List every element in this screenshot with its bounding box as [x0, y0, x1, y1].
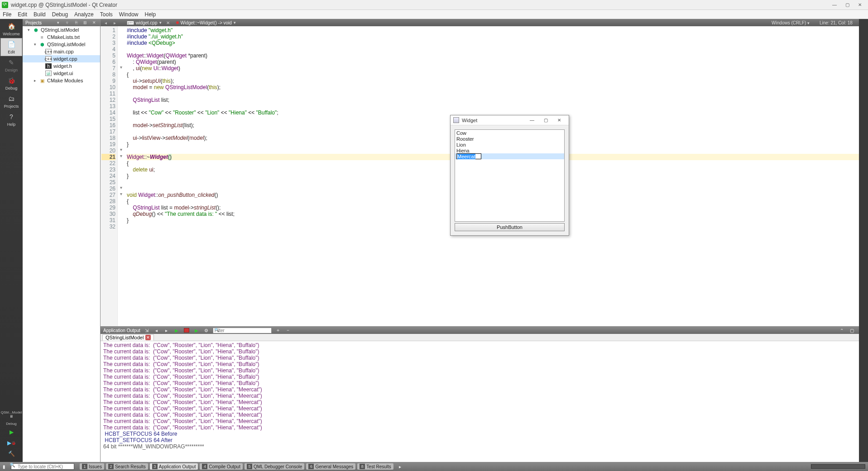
output-line: The current data is: ("Cow", "Rooster", …	[103, 405, 865, 412]
list-item[interactable]: Rooster	[455, 136, 564, 142]
status-tab-search-results[interactable]: 2Search Results	[106, 463, 148, 470]
tree-item-cmakelists-txt[interactable]: ≡CMakeLists.txt	[23, 33, 100, 41]
code-editor[interactable]: 1234567891011121314151617181920212223242…	[101, 26, 868, 326]
output-line: The current data is: ("Cow", "Rooster", …	[103, 361, 865, 367]
window-close-button[interactable]: ✕	[854, 0, 866, 10]
help-icon: ?	[7, 112, 16, 121]
dialog-maximize-button[interactable]: ▢	[539, 116, 552, 125]
symbol-selector[interactable]: Widget::~Widget() -> void ▾	[174, 20, 238, 25]
list-item-editing[interactable]: Meercat	[455, 153, 564, 159]
output-add-filter-button[interactable]: ＋	[274, 327, 282, 333]
projects-split-icon[interactable]: ⊞	[82, 19, 88, 26]
output-prev-button[interactable]: ◂	[153, 327, 160, 333]
output-tabs: QStringListModel ✕	[101, 334, 868, 341]
projects-link-icon[interactable]: ⎘	[73, 19, 79, 26]
search-icon: 🔍	[214, 328, 219, 332]
output-stop-button[interactable]	[183, 327, 190, 333]
menu-file[interactable]: File	[3, 11, 11, 18]
nav-back-button[interactable]: ◂	[102, 19, 109, 26]
output-remove-filter-button[interactable]: －	[284, 327, 292, 333]
status-tab-issues[interactable]: 1Issues	[80, 463, 104, 470]
tree-item-main-cpp[interactable]: c++main.cpp	[23, 48, 100, 55]
project-tree[interactable]: ▾⬢QStringListModel≡CMakeLists.txt▾⬢QStri…	[23, 26, 100, 462]
edit-icon: 📄	[7, 40, 16, 49]
tree-item-cmake-modules[interactable]: ▸▣CMake Modules	[23, 77, 100, 84]
output-pane-header: Application Output ⇲ ◂ ▸ ▶ ▶ ⚙ 🔍 ＋ － ⌃ ▢…	[101, 327, 868, 334]
tree-item-qstringlistmodel[interactable]: ▾⬢QStringListModel	[23, 41, 100, 48]
menu-debug[interactable]: Debug	[52, 11, 68, 18]
line-number-gutter[interactable]: 1234567891011121314151617181920212223242…	[101, 26, 118, 326]
output-settings-icon[interactable]: ⚙	[203, 327, 210, 333]
list-item[interactable]: Lion	[455, 142, 564, 147]
projects-funnel-icon[interactable]: ▿	[64, 19, 70, 26]
projects-close-icon[interactable]: ✕	[91, 19, 97, 26]
encoding-selector[interactable]: Windows (CRLF) ▾	[768, 20, 813, 25]
document-dropdown-icon[interactable]: ▾	[159, 20, 162, 25]
mode-edit[interactable]: 📄Edit	[0, 38, 22, 56]
mode-design[interactable]: ✎Design	[0, 56, 22, 74]
mode-help[interactable]: ?Help	[0, 110, 22, 128]
menu-edit[interactable]: Edit	[18, 11, 27, 18]
tree-item-widget-cpp[interactable]: c++widget.cpp	[23, 55, 100, 62]
status-tab-general-messages[interactable]: 6General Messages	[306, 463, 355, 470]
tree-item-widget-ui[interactable]: uiwidget.ui	[23, 70, 100, 77]
projects-filter-icon[interactable]: ▾	[55, 19, 61, 26]
nav-forward-button[interactable]: ▸	[111, 19, 118, 26]
output-text[interactable]: The current data is: ("Cow", "Rooster", …	[101, 341, 868, 462]
list-item[interactable]: Hiena	[455, 147, 564, 153]
status-tab-qml-debugger-console[interactable]: 5QML Debugger Console	[245, 463, 304, 470]
output-maximize-button[interactable]: ▢	[848, 327, 855, 333]
kit-selector[interactable]: QStri...Model 🖥 Debug	[0, 409, 23, 427]
symbol-name: Widget::~Widget() -> void	[181, 20, 232, 25]
list-item-editor[interactable]: Meercat	[456, 153, 481, 159]
status-tab-application-output[interactable]: 3Application Output	[150, 463, 198, 470]
symbol-dropdown-icon[interactable]: ▾	[234, 20, 236, 25]
menu-build[interactable]: Build	[34, 11, 46, 18]
menu-tools[interactable]: Tools	[100, 11, 113, 18]
run-debug-button[interactable]: ▶🐞	[6, 438, 17, 448]
build-button[interactable]: 🔨	[6, 448, 17, 459]
status-more-button[interactable]: ▸	[396, 462, 404, 471]
output-next-button[interactable]: ▸	[163, 327, 170, 333]
tree-item-qstringlistmodel[interactable]: ▾⬢QStringListModel	[23, 26, 100, 33]
right-sidebar-strip	[859, 19, 868, 462]
menu-analyze[interactable]: Analyze	[74, 11, 94, 18]
window-minimize-button[interactable]: —	[828, 0, 841, 10]
status-tab-compile-output[interactable]: 4Compile Output	[200, 463, 242, 470]
output-tab-active[interactable]: QStringListModel ✕	[102, 334, 154, 341]
output-attach-icon[interactable]: ⇲	[143, 327, 150, 333]
close-sidebar-button[interactable]: ▮	[0, 462, 8, 471]
close-output-tab-button[interactable]: ✕	[145, 335, 151, 340]
design-icon: ✎	[7, 58, 16, 67]
fold-column[interactable]: ▾▾▾▾▾	[118, 26, 124, 326]
output-zoom-button[interactable]: ⌃	[838, 327, 845, 333]
dialog-close-button[interactable]: ✕	[552, 116, 566, 125]
status-bar: ▮ 🔍 1Issues2Search Results3Application O…	[0, 462, 868, 471]
projects-icon: 🗂	[7, 94, 16, 103]
output-tab-label: QStringListModel	[106, 335, 144, 340]
menu-help[interactable]: Help	[145, 11, 156, 18]
list-item[interactable]: Cow	[455, 130, 564, 136]
output-filter-input[interactable]	[213, 328, 272, 333]
document-tab[interactable]: c++ widget.cpp ▾	[120, 20, 163, 25]
close-document-button[interactable]: ✕	[166, 20, 170, 25]
dialog-titlebar[interactable]: Widget — ▢ ✕	[451, 115, 569, 125]
dialog-push-button[interactable]: PushButton	[455, 223, 565, 231]
mode-welcome[interactable]: 🏠Welcome	[0, 20, 22, 38]
dialog-list-view[interactable]: CowRoosterLionHienaMeercat	[455, 129, 565, 222]
tree-item-widget-h[interactable]: hwidget.h	[23, 62, 100, 70]
output-pane: Application Output ⇲ ◂ ▸ ▶ ▶ ⚙ 🔍 ＋ － ⌃ ▢…	[101, 326, 868, 462]
dialog-minimize-button[interactable]: —	[525, 116, 539, 125]
mode-projects[interactable]: 🗂Projects	[0, 92, 22, 110]
menu-window[interactable]: Window	[119, 11, 139, 18]
output-rerun-button[interactable]: ▶	[173, 327, 180, 333]
run-button[interactable]: ▶	[6, 427, 17, 438]
symbol-modified-icon	[176, 21, 179, 24]
window-maximize-button[interactable]: ▢	[841, 0, 854, 10]
dialog-title: Widget	[462, 118, 477, 123]
welcome-icon: 🏠	[7, 22, 16, 31]
status-tab-test-results[interactable]: 8Test Results	[357, 463, 393, 470]
locator-input[interactable]	[11, 463, 74, 470]
output-run-button[interactable]: ▶	[193, 327, 200, 333]
mode-debug[interactable]: 🐞Debug	[0, 74, 22, 92]
